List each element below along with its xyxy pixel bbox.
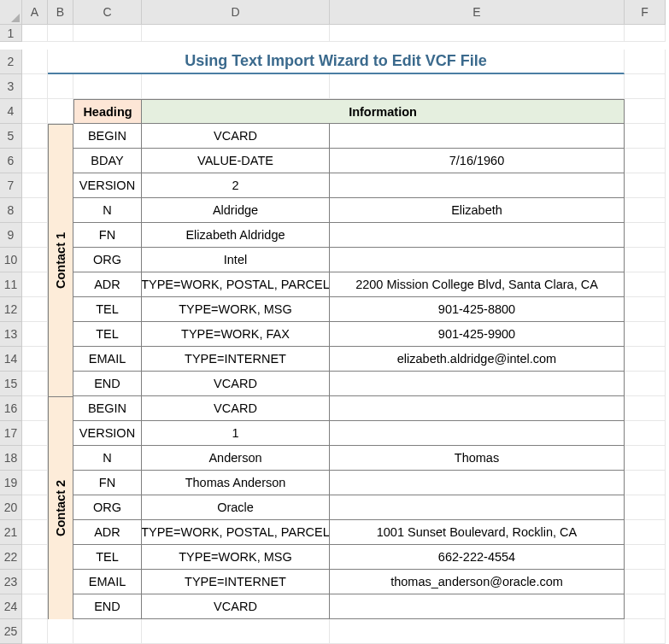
- c1-heading-3[interactable]: N: [73, 198, 142, 223]
- cell-D3[interactable]: [142, 74, 330, 99]
- header-heading[interactable]: Heading: [73, 99, 142, 124]
- cell-A8[interactable]: [22, 198, 48, 223]
- cell-F12[interactable]: [625, 297, 666, 322]
- c1-heading-7[interactable]: TEL: [73, 297, 142, 322]
- cell-B1[interactable]: [48, 25, 73, 42]
- cell-C25[interactable]: [73, 619, 142, 644]
- row-header-13[interactable]: 13: [0, 322, 22, 347]
- cell-C1[interactable]: [73, 25, 142, 42]
- cell-A9[interactable]: [22, 223, 48, 248]
- cell-A5[interactable]: [22, 124, 48, 149]
- cell-A13[interactable]: [22, 322, 48, 347]
- c1-col1-4[interactable]: Elizabeth Aldridge: [142, 223, 330, 248]
- row-header-4[interactable]: 4: [0, 99, 22, 124]
- c2-heading-8[interactable]: END: [73, 594, 142, 619]
- cell-A11[interactable]: [22, 272, 48, 297]
- row-header-19[interactable]: 19: [0, 471, 22, 495]
- c2-col1-6[interactable]: TYPE=WORK, MSG: [142, 545, 330, 570]
- c1-heading-6[interactable]: ADR: [73, 272, 142, 297]
- c2-col1-8[interactable]: VCARD: [142, 594, 330, 619]
- cell-F10[interactable]: [625, 248, 666, 272]
- c1-col1-1[interactable]: VALUE-DATE: [142, 149, 330, 173]
- c1-col2-8[interactable]: 901-425-9900: [330, 322, 625, 347]
- c2-col2-6[interactable]: 662-222-4554: [330, 545, 625, 570]
- c1-col1-10[interactable]: VCARD: [142, 372, 330, 396]
- cell-F23[interactable]: [625, 570, 666, 594]
- c1-col2-7[interactable]: 901-425-8800: [330, 297, 625, 322]
- cell-B3[interactable]: [48, 74, 73, 99]
- c1-col2-3[interactable]: Elizabeth: [330, 198, 625, 223]
- c2-heading-0[interactable]: BEGIN: [73, 396, 142, 421]
- c1-heading-5[interactable]: ORG: [73, 248, 142, 272]
- cell-A22[interactable]: [22, 545, 48, 570]
- col-header-E[interactable]: E: [330, 0, 625, 25]
- row-header-2[interactable]: 2: [0, 50, 22, 74]
- row-header-18[interactable]: 18: [0, 446, 22, 471]
- c2-col2-3[interactable]: [330, 471, 625, 495]
- c2-heading-4[interactable]: ORG: [73, 495, 142, 520]
- cell-B4[interactable]: [48, 99, 73, 124]
- c1-col1-7[interactable]: TYPE=WORK, MSG: [142, 297, 330, 322]
- contact-2-label[interactable]: Contact 2: [48, 396, 73, 619]
- c1-col2-9[interactable]: elizabeth.aldridge@intel.com: [330, 347, 625, 372]
- c2-col1-3[interactable]: Thomas Anderson: [142, 471, 330, 495]
- cell-D1[interactable]: [142, 25, 330, 42]
- cell-F19[interactable]: [625, 471, 666, 495]
- c1-col1-8[interactable]: TYPE=WORK, FAX: [142, 322, 330, 347]
- cell-A24[interactable]: [22, 594, 48, 619]
- cell-F17[interactable]: [625, 421, 666, 446]
- row-header-16[interactable]: 16: [0, 396, 22, 421]
- c2-heading-2[interactable]: N: [73, 446, 142, 471]
- select-all-corner[interactable]: [0, 0, 22, 25]
- cell-A18[interactable]: [22, 446, 48, 471]
- row-header-11[interactable]: 11: [0, 272, 22, 297]
- row-header-1[interactable]: 1: [0, 25, 22, 42]
- cell-F25[interactable]: [625, 619, 666, 644]
- row-header-9[interactable]: 9: [0, 223, 22, 248]
- cell-A6[interactable]: [22, 149, 48, 173]
- cell-F22[interactable]: [625, 545, 666, 570]
- cell-F5[interactable]: [625, 124, 666, 149]
- cell-A10[interactable]: [22, 248, 48, 272]
- row-header-21[interactable]: 21: [0, 520, 22, 545]
- header-information[interactable]: Information: [142, 99, 625, 124]
- c1-col2-6[interactable]: 2200 Mission College Blvd, Santa Clara, …: [330, 272, 625, 297]
- cell-E1[interactable]: [330, 25, 625, 42]
- c2-heading-5[interactable]: ADR: [73, 520, 142, 545]
- col-header-B[interactable]: B: [48, 0, 73, 25]
- cell-A21[interactable]: [22, 520, 48, 545]
- row-header-23[interactable]: 23: [0, 570, 22, 594]
- cell-A12[interactable]: [22, 297, 48, 322]
- cell-F24[interactable]: [625, 594, 666, 619]
- cell-E3[interactable]: [330, 74, 625, 99]
- cell-F1[interactable]: [625, 25, 666, 42]
- row-header-10[interactable]: 10: [0, 248, 22, 272]
- cell-C3[interactable]: [73, 74, 142, 99]
- c1-col2-10[interactable]: [330, 372, 625, 396]
- cell-E25[interactable]: [330, 619, 625, 644]
- cell-F11[interactable]: [625, 272, 666, 297]
- row-header-25[interactable]: 25: [0, 619, 22, 644]
- row-header-12[interactable]: 12: [0, 297, 22, 322]
- cell-B25[interactable]: [48, 619, 73, 644]
- cell-A23[interactable]: [22, 570, 48, 594]
- c2-col1-1[interactable]: 1: [142, 421, 330, 446]
- cell-A17[interactable]: [22, 421, 48, 446]
- cell-F8[interactable]: [625, 198, 666, 223]
- cell-A15[interactable]: [22, 372, 48, 396]
- c1-heading-1[interactable]: BDAY: [73, 149, 142, 173]
- row-header-8[interactable]: 8: [0, 198, 22, 223]
- cell-F6[interactable]: [625, 149, 666, 173]
- row-header-17[interactable]: 17: [0, 421, 22, 446]
- c1-col2-2[interactable]: [330, 173, 625, 198]
- c1-col1-2[interactable]: 2: [142, 173, 330, 198]
- col-header-A[interactable]: A: [22, 0, 48, 25]
- cell-F20[interactable]: [625, 495, 666, 520]
- cell-F13[interactable]: [625, 322, 666, 347]
- cell-A7[interactable]: [22, 173, 48, 198]
- c1-col1-6[interactable]: TYPE=WORK, POSTAL, PARCEL: [142, 272, 330, 297]
- cell-A4[interactable]: [22, 99, 48, 124]
- c1-col1-3[interactable]: Aldridge: [142, 198, 330, 223]
- row-header-22[interactable]: 22: [0, 545, 22, 570]
- c1-heading-2[interactable]: VERSION: [73, 173, 142, 198]
